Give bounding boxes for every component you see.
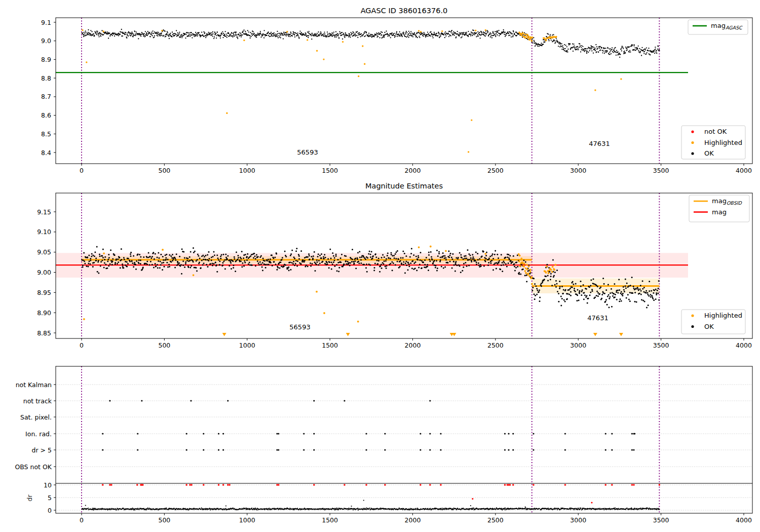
svg-text:9.15: 9.15: [37, 208, 51, 216]
legend-dot-sample: [691, 152, 694, 155]
svg-text:1000: 1000: [239, 341, 255, 349]
flag-row-labels: not Kalmannot trackSat. pixel.Ion. rad.d…: [15, 381, 56, 471]
svg-text:1000: 1000: [239, 516, 255, 524]
svg-text:2000: 2000: [405, 516, 421, 524]
agasc-mag-plot: 050010001500200025003000350040009.19.08.…: [41, 7, 752, 174]
svg-text:8.90: 8.90: [37, 309, 51, 317]
legend-label: OK: [704, 149, 714, 157]
svg-text:2000: 2000: [405, 167, 421, 174]
svg-text:1500: 1500: [322, 167, 338, 174]
obsid-annotation: 56593: [297, 148, 318, 156]
axes-frame: [56, 366, 752, 513]
highlighted-points: [82, 29, 622, 153]
obsid-annotation: 47631: [589, 140, 610, 147]
plot-title: Magnitude Estimates: [365, 182, 443, 190]
svg-text:3000: 3000: [570, 516, 586, 524]
svg-text:0: 0: [48, 507, 52, 514]
svg-text:500: 500: [158, 341, 170, 349]
svg-text:Sat. pixel.: Sat. pixel.: [20, 413, 52, 421]
svg-text:3500: 3500: [653, 167, 669, 174]
svg-text:8.95: 8.95: [37, 289, 51, 296]
svg-text:1000: 1000: [239, 167, 255, 174]
svg-text:not Kalman: not Kalman: [16, 381, 52, 389]
legend: magAGASC: [688, 20, 748, 34]
svg-text:5: 5: [48, 494, 52, 502]
dr-axis-label: dr: [26, 495, 33, 502]
svg-text:9.0: 9.0: [41, 37, 51, 45]
svg-text:3500: 3500: [653, 341, 669, 349]
svg-text:4000: 4000: [736, 516, 752, 524]
x-axis-ticks: 05001000150020002500300035004000: [80, 513, 752, 524]
y-axis-ticks: 9.19.08.98.88.78.68.58.4: [41, 19, 56, 157]
legend-label: Highlighted: [704, 312, 742, 319]
legend: HighlightedOK: [681, 310, 745, 334]
legend-dot-sample: [691, 130, 694, 133]
x-axis-ticks: 05001000150020002500300035004000: [80, 164, 752, 174]
magnitude-estimates-plot: 050010001500200025003000350040009.159.10…: [37, 182, 752, 349]
svg-text:1500: 1500: [322, 341, 338, 349]
svg-text:500: 500: [158, 516, 170, 524]
legend-label: OK: [704, 323, 714, 330]
svg-text:500: 500: [158, 167, 170, 174]
svg-text:2500: 2500: [487, 167, 504, 174]
legend-dot-sample: [691, 141, 694, 144]
x-axis-ticks: 05001000150020002500300035004000: [80, 338, 752, 349]
svg-text:dr > 5: dr > 5: [32, 446, 52, 454]
svg-text:4000: 4000: [736, 341, 752, 349]
svg-text:8.5: 8.5: [41, 130, 51, 138]
svg-text:3000: 3000: [570, 167, 586, 174]
svg-text:8.6: 8.6: [41, 111, 51, 119]
y-axis-ticks: 9.159.109.059.008.958.908.85: [37, 208, 56, 337]
svg-text:Ion. rad.: Ion. rad.: [25, 430, 52, 438]
obsid-annotation: 47631: [587, 314, 608, 322]
svg-text:10: 10: [44, 481, 52, 489]
svg-text:4000: 4000: [736, 167, 752, 174]
flags-plot: 05001000150020002500300035004000not Kalm…: [15, 366, 752, 524]
axes-frame: [56, 18, 752, 164]
charts-svg: 050010001500200025003000350040009.19.08.…: [0, 0, 760, 532]
legend: not OKHighlightedOK: [681, 126, 745, 159]
svg-text:8.85: 8.85: [37, 329, 51, 337]
svg-text:8.9: 8.9: [41, 56, 51, 63]
svg-text:3000: 3000: [570, 341, 586, 349]
plot-title: AGASC ID 386016376.0: [361, 7, 448, 15]
svg-text:OBS not OK: OBS not OK: [15, 463, 52, 471]
svg-text:9.05: 9.05: [37, 248, 51, 256]
svg-text:0: 0: [80, 167, 84, 174]
legend-label: not OK: [704, 128, 727, 135]
dr-axis-ticks: 1050: [44, 481, 56, 514]
dr-trace-points: [82, 500, 660, 511]
svg-text:9.00: 9.00: [37, 269, 51, 276]
figure: 050010001500200025003000350040009.19.08.…: [0, 0, 760, 532]
svg-text:2000: 2000: [405, 341, 421, 349]
svg-text:3500: 3500: [653, 516, 669, 524]
legend-dot-sample: [691, 325, 694, 328]
svg-text:9.1: 9.1: [41, 19, 51, 26]
gridlines: [56, 385, 752, 510]
svg-text:9.10: 9.10: [37, 228, 51, 236]
clipped-low-markers: [222, 333, 623, 336]
svg-text:not track: not track: [23, 397, 52, 405]
legend-label: mag: [712, 208, 727, 216]
svg-text:8.4: 8.4: [41, 149, 51, 157]
svg-text:0: 0: [80, 516, 84, 524]
svg-text:0: 0: [80, 341, 84, 349]
obsid-boundary-lines: [82, 366, 659, 513]
obsid-annotation: 56593: [289, 323, 310, 331]
legend-label: Highlighted: [704, 139, 742, 146]
svg-text:1500: 1500: [322, 516, 338, 524]
ok-points: [82, 29, 660, 58]
svg-text:8.7: 8.7: [41, 93, 51, 100]
svg-text:8.8: 8.8: [41, 74, 51, 82]
legend: magOBSIDmag: [689, 195, 749, 222]
obsid-boundary-lines: [82, 18, 659, 164]
legend-dot-sample: [691, 314, 694, 317]
svg-text:2500: 2500: [487, 341, 504, 349]
svg-text:2500: 2500: [487, 516, 504, 524]
